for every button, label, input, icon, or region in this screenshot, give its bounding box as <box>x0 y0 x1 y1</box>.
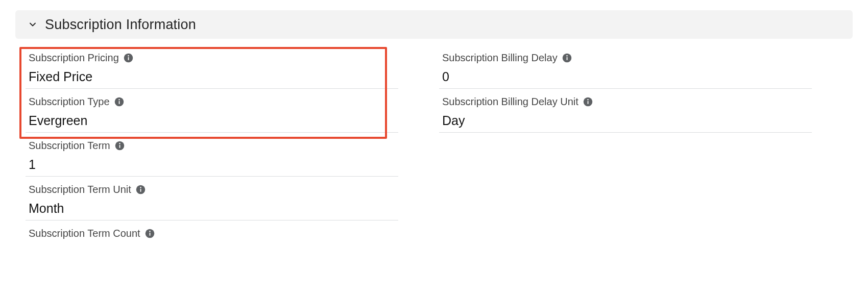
label-text: Subscription Type <box>29 96 110 108</box>
label-text: Subscription Term Count <box>29 228 140 239</box>
svg-point-20 <box>587 99 588 100</box>
section-title: Subscription Information <box>45 17 196 33</box>
svg-point-5 <box>118 99 119 100</box>
label-text: Subscription Billing Delay Unit <box>442 96 578 108</box>
svg-rect-1 <box>128 57 129 60</box>
page: Subscription Information Subscription Pr… <box>0 0 868 295</box>
field-label: Subscription Pricing <box>29 52 394 64</box>
field-value: Day <box>442 113 808 128</box>
chevron-down-icon <box>28 19 38 30</box>
svg-point-8 <box>119 143 120 144</box>
field-value: Month <box>29 201 394 216</box>
info-icon[interactable] <box>114 96 125 107</box>
svg-point-17 <box>566 55 567 56</box>
field-label: Subscription Billing Delay <box>442 52 808 64</box>
field-subscription-type[interactable]: Subscription Type Evergreen <box>26 89 398 133</box>
field-label: Subscription Billing Delay Unit <box>442 96 808 108</box>
right-column: Subscription Billing Delay 0 Subscriptio… <box>439 45 812 239</box>
label-text: Subscription Billing Delay <box>442 52 558 64</box>
field-billing-delay[interactable]: Subscription Billing Delay 0 <box>439 45 812 89</box>
field-label: Subscription Term Unit <box>29 184 394 195</box>
info-icon[interactable] <box>135 184 146 195</box>
field-subscription-term-unit[interactable]: Subscription Term Unit Month <box>26 177 398 220</box>
info-icon[interactable] <box>123 53 134 63</box>
svg-rect-10 <box>140 189 141 192</box>
svg-rect-13 <box>149 233 150 236</box>
svg-rect-19 <box>587 101 588 104</box>
content: Subscription Pricing Fixed Price Subscri… <box>15 45 853 239</box>
field-value: 0 <box>442 69 808 84</box>
field-value: Fixed Price <box>29 69 394 84</box>
label-text: Subscription Term Unit <box>29 184 131 195</box>
field-label: Subscription Term Count <box>29 228 394 239</box>
field-value: 1 <box>29 157 394 172</box>
label-text: Subscription Pricing <box>29 52 119 64</box>
info-icon[interactable] <box>562 53 572 63</box>
field-label: Subscription Term <box>29 140 394 152</box>
svg-rect-7 <box>119 145 120 148</box>
svg-rect-4 <box>118 101 119 104</box>
field-billing-delay-unit[interactable]: Subscription Billing Delay Unit Day <box>439 89 812 133</box>
field-subscription-pricing[interactable]: Subscription Pricing Fixed Price <box>26 45 398 89</box>
info-icon[interactable] <box>583 96 593 107</box>
field-value: Evergreen <box>29 113 394 128</box>
field-subscription-term[interactable]: Subscription Term 1 <box>26 133 398 177</box>
left-column: Subscription Pricing Fixed Price Subscri… <box>26 45 398 239</box>
section-header[interactable]: Subscription Information <box>15 10 853 39</box>
svg-rect-16 <box>566 57 567 60</box>
label-text: Subscription Term <box>29 140 110 152</box>
field-label: Subscription Type <box>29 96 394 108</box>
svg-point-11 <box>140 187 141 188</box>
svg-point-14 <box>149 231 150 232</box>
svg-point-2 <box>128 55 129 56</box>
info-icon[interactable] <box>144 228 155 239</box>
info-icon[interactable] <box>114 140 125 151</box>
field-subscription-term-count[interactable]: Subscription Term Count <box>26 220 398 239</box>
